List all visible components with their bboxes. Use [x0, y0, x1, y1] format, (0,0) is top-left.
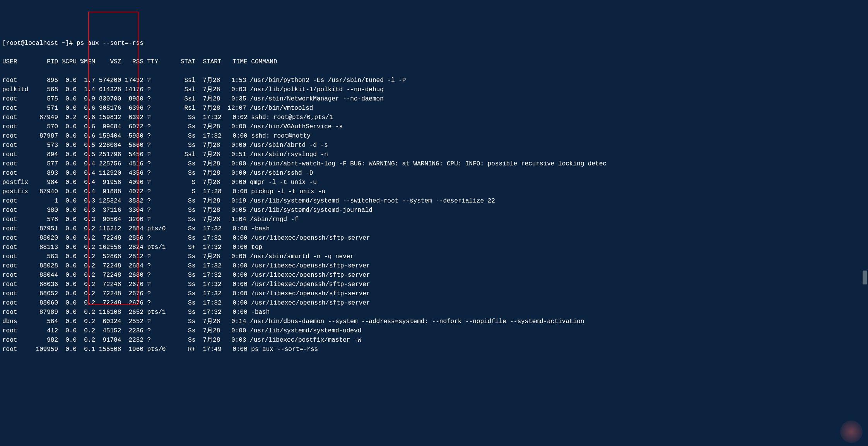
process-row: root 573 0.0 0.5 228084 5660 ? Ss 7月28 0… [2, 141, 866, 150]
process-row: root 88052 0.0 0.2 72248 2676 ? Ss 17:32… [2, 289, 866, 298]
process-row: root 88044 0.0 0.2 72248 2680 ? Ss 17:32… [2, 271, 866, 280]
ps-header-row: USER PID %CPU %MEM VSZ RSS TTY STAT STAR… [2, 57, 866, 66]
process-row: root 893 0.0 0.4 112920 4356 ? Ss 7月28 0… [2, 169, 866, 178]
process-row: root 87951 0.0 0.2 116212 2884 pts/0 Ss … [2, 224, 866, 233]
process-row: root 88113 0.0 0.2 162556 2824 pts/1 S+ … [2, 243, 866, 252]
process-row: root 563 0.0 0.2 52868 2812 ? Ss 7月28 0:… [2, 252, 866, 261]
watermark-icon [840, 420, 863, 443]
process-row: postfix 87940 0.0 0.4 91888 4072 ? S 17:… [2, 187, 866, 196]
ps-output-rows: root 895 0.0 1.7 574200 17432 ? Ssl 7月28… [2, 76, 866, 354]
process-row: root 88060 0.0 0.2 72248 2676 ? Ss 17:32… [2, 298, 866, 308]
process-row: root 88036 0.0 0.2 72248 2676 ? Ss 17:32… [2, 280, 866, 289]
process-row: root 1 0.0 0.3 125324 3832 ? Ss 7月28 0:1… [2, 196, 866, 206]
process-row: root 87989 0.0 0.2 116108 2652 pts/1 Ss … [2, 308, 866, 317]
process-row: polkitd 568 0.0 1.4 614328 14176 ? Ssl 7… [2, 85, 866, 94]
process-row: root 577 0.0 0.4 225756 4816 ? Ss 7月28 0… [2, 159, 866, 169]
process-row: root 380 0.0 0.3 37116 3304 ? Ss 7月28 0:… [2, 206, 866, 215]
process-row: root 571 0.0 0.6 305176 6396 ? Rsl 7月28 … [2, 104, 866, 113]
process-row: root 982 0.0 0.2 91784 2232 ? Ss 7月28 0:… [2, 335, 866, 345]
scrollbar-thumb[interactable] [863, 271, 867, 284]
process-row: dbus 564 0.0 0.2 60324 2552 ? Ss 7月28 0:… [2, 317, 866, 326]
process-row: root 895 0.0 1.7 574200 17432 ? Ssl 7月28… [2, 76, 866, 85]
process-row: postfix 984 0.0 0.4 91956 4096 ? S 7月28 … [2, 178, 866, 187]
process-row: root 87949 0.2 0.6 159832 6392 ? Ss 17:3… [2, 113, 866, 122]
process-row: root 109959 0.0 0.1 155508 1960 pts/0 R+… [2, 345, 866, 354]
terminal-scrollbar[interactable] [862, 0, 868, 446]
command-text: ps aux --sort=-rss [77, 40, 144, 47]
process-row: root 87987 0.0 0.6 159404 5980 ? Ss 17:3… [2, 131, 866, 141]
prompt-line[interactable]: [root@localhost ~]# ps aux --sort=-rss [2, 39, 866, 48]
process-row: root 88028 0.0 0.2 72248 2684 ? Ss 17:32… [2, 261, 866, 271]
process-row: root 88020 0.0 0.2 72248 2856 ? Ss 17:32… [2, 233, 866, 243]
process-row: root 575 0.0 0.9 830700 8980 ? Ssl 7月28 … [2, 94, 866, 104]
process-row: root 894 0.0 0.5 251796 5456 ? Ssl 7月28 … [2, 150, 866, 159]
process-row: root 412 0.0 0.2 45152 2236 ? Ss 7月28 0:… [2, 326, 866, 335]
process-row: root 578 0.0 0.3 90564 3200 ? Ss 7月28 1:… [2, 215, 866, 224]
shell-prompt: [root@localhost ~]# [2, 40, 77, 47]
process-row: root 570 0.0 0.6 99684 6072 ? Ss 7月28 0:… [2, 122, 866, 131]
